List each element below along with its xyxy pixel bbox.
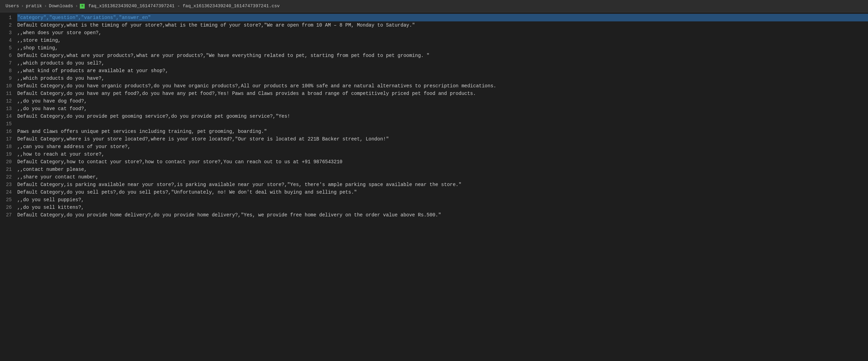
line-content: Default Category,do you provide pet goom… bbox=[17, 113, 868, 120]
line-number: 24 bbox=[0, 188, 17, 196]
code-line: 12,,do you have dog food?, bbox=[0, 97, 868, 105]
code-line: 1"category","question","variations","ans… bbox=[0, 14, 868, 21]
line-content: ,,do you sell kittens?, bbox=[17, 204, 868, 211]
code-line: 6Default Category,what are your products… bbox=[0, 52, 868, 59]
line-content: Default Category,how to contact your sto… bbox=[17, 158, 868, 166]
line-number: 25 bbox=[0, 196, 17, 204]
line-content: ,,do you sell puppies?, bbox=[17, 196, 868, 204]
line-number: 27 bbox=[0, 211, 17, 219]
breadcrumb-filename[interactable]: faq_x1613623439240_1614747397241 - faq_x… bbox=[88, 3, 280, 10]
line-number: 12 bbox=[0, 97, 17, 105]
code-line: 23Default Category,is parking available … bbox=[0, 181, 868, 188]
code-line: 4,,store timing, bbox=[0, 37, 868, 44]
code-line: 5,,shop timing, bbox=[0, 44, 868, 52]
line-content: Default Category,do you provide home del… bbox=[17, 211, 868, 219]
line-number: 2 bbox=[0, 21, 17, 29]
code-area: 1"category","question","variations","ans… bbox=[0, 12, 868, 220]
line-content: ,,which products do you sell?, bbox=[17, 59, 868, 67]
line-number: 17 bbox=[0, 135, 17, 143]
code-line: 13,,do you have cat food?, bbox=[0, 105, 868, 113]
breadcrumb-users[interactable]: Users bbox=[6, 3, 19, 10]
line-content: "category","question","variations","answ… bbox=[17, 14, 868, 21]
code-line: 19,,how to reach at your store?, bbox=[0, 150, 868, 158]
line-number: 18 bbox=[0, 143, 17, 150]
line-number: 21 bbox=[0, 166, 17, 173]
code-line: 3,,when does your store open?, bbox=[0, 29, 868, 37]
line-number: 8 bbox=[0, 67, 17, 75]
line-number: 16 bbox=[0, 128, 17, 135]
title-bar: Users › pratik › Downloads › ≡ faq_x1613… bbox=[0, 0, 868, 12]
code-line: 7,,which products do you sell?, bbox=[0, 59, 868, 67]
line-content: Default Category,what are your products?… bbox=[17, 52, 868, 59]
code-line: 16Paws and Claws offers unique pet servi… bbox=[0, 128, 868, 135]
line-number: 23 bbox=[0, 181, 17, 188]
line-number: 14 bbox=[0, 113, 17, 120]
breadcrumb-pratik[interactable]: pratik bbox=[26, 3, 42, 10]
line-content: ,,do you have cat food?, bbox=[17, 105, 868, 113]
line-content: ,,what kind of products are available at… bbox=[17, 67, 868, 75]
code-line: 11Default Category,do you have any pet f… bbox=[0, 90, 868, 97]
code-line: 17Default Category,where is your store l… bbox=[0, 135, 868, 143]
line-content: ,,store timing, bbox=[17, 37, 868, 44]
code-line: 25,,do you sell puppies?, bbox=[0, 196, 868, 204]
line-number: 1 bbox=[0, 14, 17, 21]
code-line: 8,,what kind of products are available a… bbox=[0, 67, 868, 75]
line-number: 15 bbox=[0, 120, 17, 128]
breadcrumb-downloads[interactable]: Downloads bbox=[49, 3, 73, 10]
line-content: ,,share your contact number, bbox=[17, 173, 868, 181]
line-number: 13 bbox=[0, 105, 17, 113]
code-line: 21,,contact number please, bbox=[0, 166, 868, 173]
line-number: 19 bbox=[0, 150, 17, 158]
line-content: Default Category,do you have organic pro… bbox=[17, 82, 868, 90]
code-line: 26,,do you sell kittens?, bbox=[0, 204, 868, 211]
breadcrumb-sep-3: › bbox=[75, 3, 78, 10]
code-line: 22,,share your contact number, bbox=[0, 173, 868, 181]
breadcrumb: Users › pratik › Downloads › ≡ faq_x1613… bbox=[6, 3, 280, 10]
code-line: 18,,can you share address of your store?… bbox=[0, 143, 868, 150]
line-content: Default Category,is parking available ne… bbox=[17, 181, 868, 188]
line-content: ,,can you share address of your store?, bbox=[17, 143, 868, 150]
line-number: 9 bbox=[0, 75, 17, 82]
line-content: ,,shop timing, bbox=[17, 44, 868, 52]
line-content: Default Category,do you sell pets?,do yo… bbox=[17, 188, 868, 196]
line-number: 5 bbox=[0, 44, 17, 52]
line-number: 3 bbox=[0, 29, 17, 37]
line-number: 10 bbox=[0, 82, 17, 90]
editor-container: 1"category","question","variations","ans… bbox=[0, 12, 868, 361]
code-line: 14Default Category,do you provide pet go… bbox=[0, 113, 868, 120]
code-line: 24Default Category,do you sell pets?,do … bbox=[0, 188, 868, 196]
line-number: 6 bbox=[0, 52, 17, 59]
code-line: 2Default Category,what is the timing of … bbox=[0, 21, 868, 29]
line-content: ,,which products do you have?, bbox=[17, 75, 868, 82]
code-line: 15 bbox=[0, 120, 868, 128]
line-content: Paws and Claws offers unique pet service… bbox=[17, 128, 868, 135]
code-line: 20Default Category,how to contact your s… bbox=[0, 158, 868, 166]
line-content: ,,contact number please, bbox=[17, 166, 868, 173]
line-number: 4 bbox=[0, 37, 17, 44]
line-content: ,,how to reach at your store?, bbox=[17, 150, 868, 158]
code-line: 27Default Category,do you provide home d… bbox=[0, 211, 868, 219]
breadcrumb-sep-1: › bbox=[21, 3, 24, 10]
line-number: 7 bbox=[0, 59, 17, 67]
line-content: Default Category,where is your store loc… bbox=[17, 135, 868, 143]
line-content: ,,do you have dog food?, bbox=[17, 97, 868, 105]
breadcrumb-sep-2: › bbox=[44, 3, 47, 10]
code-line: 9,,which products do you have?, bbox=[0, 75, 868, 82]
line-number: 20 bbox=[0, 158, 17, 166]
line-number: 26 bbox=[0, 204, 17, 211]
file-type-icon: ≡ bbox=[80, 4, 85, 9]
line-number: 22 bbox=[0, 173, 17, 181]
line-content: Default Category,do you have any pet foo… bbox=[17, 90, 868, 97]
line-content: ,,when does your store open?, bbox=[17, 29, 868, 37]
code-line: 10Default Category,do you have organic p… bbox=[0, 82, 868, 90]
line-number: 11 bbox=[0, 90, 17, 97]
line-content: Default Category,what is the timing of y… bbox=[17, 21, 868, 29]
